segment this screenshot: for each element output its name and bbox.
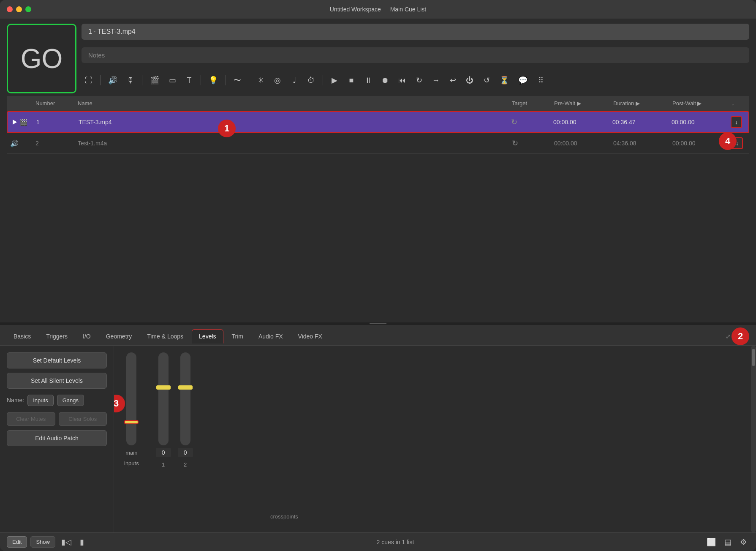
film-btn[interactable]: 🎬 bbox=[147, 73, 163, 87]
go-button[interactable]: GO bbox=[7, 24, 76, 93]
undo-btn[interactable]: ↩ bbox=[446, 73, 460, 87]
settings-btn[interactable]: ⚙ bbox=[737, 536, 749, 548]
cue-number: 2 bbox=[32, 138, 74, 148]
header-icon bbox=[7, 98, 32, 108]
cue-row[interactable]: 🔊 2 Test-1.m4a ↻ 00:00.00 04:36.08 00:00… bbox=[7, 133, 749, 154]
scrollbar-track[interactable] bbox=[751, 346, 756, 533]
speaker-btn[interactable]: 🔊 bbox=[105, 73, 121, 87]
target-btn[interactable]: ◎ bbox=[270, 73, 285, 87]
grid-btn[interactable]: ⠿ bbox=[533, 73, 548, 87]
cue-name: TEST-3.mp4 bbox=[75, 117, 508, 127]
loop-btn[interactable]: ↻ bbox=[412, 73, 426, 87]
crosspoints-group: 0 1 0 2 bbox=[156, 352, 193, 468]
crosspoint-2-thumb[interactable] bbox=[178, 385, 193, 390]
play-btn[interactable]: ▶ bbox=[327, 73, 342, 87]
sidebar-left-btn[interactable]: ▮◁ bbox=[59, 536, 74, 548]
top-right: 1 · TEST-3.mp4 Notes ⛶ 🔊 🎙 🎬 ▭ T 💡 bbox=[82, 24, 749, 93]
cue-pre-wait: 00:00.00 bbox=[551, 138, 610, 148]
edit-audio-patch-button[interactable]: Edit Audio Patch bbox=[7, 430, 107, 446]
tab-video-fx[interactable]: Video FX bbox=[291, 330, 329, 343]
main-window: Untitled Workspace — Main Cue List GO 1 … bbox=[0, 0, 756, 551]
text-btn[interactable]: T bbox=[182, 73, 196, 87]
header-actions: ↓ bbox=[728, 98, 749, 108]
cue-down-btn[interactable]: ↓ bbox=[732, 137, 743, 149]
tab-basics[interactable]: Basics bbox=[7, 330, 38, 343]
cue-row[interactable]: 🎬 1 TEST-3.mp4 ↻ 00:00.00 00:36.47 00:00… bbox=[7, 111, 749, 133]
close-button[interactable] bbox=[7, 6, 13, 12]
separator bbox=[100, 75, 101, 85]
gangs-button[interactable]: Gangs bbox=[57, 395, 84, 406]
power-btn[interactable]: ⏻ bbox=[462, 73, 477, 87]
display-btn[interactable]: ▭ bbox=[165, 73, 179, 87]
main-content: GO 1 · TEST-3.mp4 Notes ⛶ 🔊 🎙 🎬 ▭ T bbox=[0, 19, 756, 551]
clock-btn[interactable]: ⏱ bbox=[304, 73, 318, 87]
redo-btn[interactable]: ↺ bbox=[479, 73, 494, 87]
record-btn[interactable]: ⏺ bbox=[378, 73, 392, 87]
wave-btn[interactable]: 〜 bbox=[230, 73, 245, 87]
crosspoint-1-group: 0 1 bbox=[156, 352, 171, 468]
sidebar-right-btn[interactable]: ▮ bbox=[77, 536, 87, 548]
tab-levels[interactable]: Levels bbox=[192, 329, 223, 344]
prev-btn[interactable]: ⏮ bbox=[395, 73, 409, 87]
tab-geometry[interactable]: Geometry bbox=[99, 330, 139, 343]
tab-triggers[interactable]: Triggers bbox=[39, 330, 74, 343]
cue-action[interactable]: ↓ bbox=[727, 115, 748, 130]
notes-field[interactable]: Notes bbox=[82, 47, 749, 63]
next-btn[interactable]: → bbox=[429, 73, 443, 87]
hourglass-btn[interactable]: ⏳ bbox=[496, 73, 512, 87]
status-right: ⬜ ▤ ⚙ bbox=[704, 536, 749, 548]
levels-sidebar: Set Default Levels Set All Silent Levels… bbox=[0, 346, 114, 533]
light-btn[interactable]: 💡 bbox=[205, 73, 221, 87]
mic-btn[interactable]: 🎙 bbox=[123, 73, 138, 87]
separator bbox=[201, 75, 201, 85]
view-btn-2[interactable]: ▤ bbox=[722, 536, 734, 548]
crosspoint-1-label: 1 bbox=[162, 461, 165, 468]
annotation-2: 2 bbox=[732, 327, 749, 345]
crosspoint-1-thumb[interactable] bbox=[156, 385, 171, 390]
set-silent-levels-button[interactable]: Set All Silent Levels bbox=[7, 373, 107, 389]
set-default-levels-button[interactable]: Set Default Levels bbox=[7, 352, 107, 368]
tab-time-loops[interactable]: Time & Loops bbox=[140, 330, 190, 343]
network-btn[interactable]: ✳ bbox=[253, 73, 268, 87]
inputs-bottom-label: inputs bbox=[124, 460, 139, 466]
crosspoint-2-track[interactable] bbox=[180, 352, 190, 445]
cue-duration: 00:36.47 bbox=[609, 117, 668, 127]
expand-icon[interactable]: ⤢ bbox=[722, 330, 734, 343]
maximize-button[interactable] bbox=[25, 6, 31, 12]
cue-play-indicator: 🎬 bbox=[8, 117, 33, 128]
header-number: Number bbox=[32, 98, 74, 108]
main-slider-track[interactable] bbox=[126, 352, 136, 445]
clear-mutes-button[interactable]: Clear Mutes bbox=[7, 412, 55, 426]
music-btn[interactable]: ♩ bbox=[287, 73, 302, 87]
scrollbar-thumb bbox=[752, 349, 755, 366]
stop-btn[interactable]: ■ bbox=[344, 73, 359, 87]
clear-solos-button[interactable]: Clear Solos bbox=[59, 412, 107, 426]
main-slider-label: main bbox=[125, 450, 137, 456]
toolbar: ⛶ 🔊 🎙 🎬 ▭ T 💡 〜 ✳ ◎ ♩ ⏱ bbox=[82, 71, 749, 90]
tab-io[interactable]: I/O bbox=[76, 330, 98, 343]
fullscreen-btn[interactable]: ⛶ bbox=[82, 73, 96, 87]
cue-target: ↻ bbox=[508, 116, 550, 128]
tab-trim[interactable]: Trim bbox=[225, 330, 250, 343]
pause-btn[interactable]: ⏸ bbox=[361, 73, 375, 87]
main-slider-thumb[interactable] bbox=[124, 420, 139, 424]
edit-button[interactable]: Edit bbox=[7, 536, 27, 548]
bottom-content: Set Default Levels Set All Silent Levels… bbox=[0, 346, 756, 533]
cue-pre-wait: 00:00.00 bbox=[550, 117, 609, 127]
crosspoint-1-track[interactable] bbox=[158, 352, 169, 445]
cue-number: 1 bbox=[33, 117, 75, 127]
cue-icon-cell: 🔊 bbox=[7, 138, 32, 149]
show-button[interactable]: Show bbox=[30, 536, 55, 548]
inputs-button[interactable]: Inputs bbox=[27, 395, 53, 406]
view-btn-1[interactable]: ⬜ bbox=[704, 536, 718, 548]
main-slider-group: 3 main inputs bbox=[124, 352, 139, 466]
cue-action[interactable]: ↓ bbox=[728, 136, 749, 151]
speech-btn[interactable]: 💬 bbox=[515, 73, 531, 87]
cue-down-btn[interactable]: ↓ bbox=[731, 116, 742, 128]
crosspoint-2-value: 0 bbox=[178, 448, 193, 457]
crosspoint-2-group: 0 2 bbox=[178, 352, 193, 468]
minimize-button[interactable] bbox=[16, 6, 22, 12]
cue-list-header: Number Name Target Pre-Wait ▶ Duration ▶… bbox=[7, 96, 749, 111]
tab-audio-fx[interactable]: Audio FX bbox=[252, 330, 290, 343]
top-section: GO 1 · TEST-3.mp4 Notes ⛶ 🔊 🎙 🎬 ▭ T bbox=[0, 19, 756, 96]
